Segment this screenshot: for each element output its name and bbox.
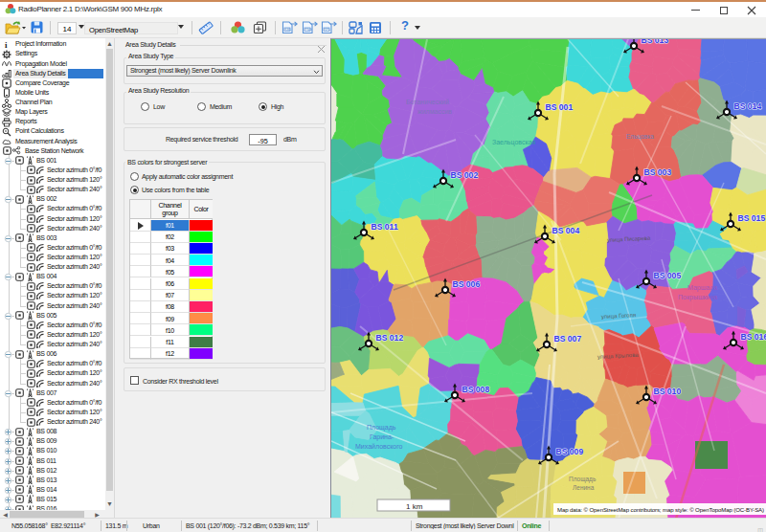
svg-text:BS 016: BS 016 (741, 332, 766, 342)
svg-text:Ленина: Ленина (573, 484, 595, 491)
svg-text:BS 010: BS 010 (654, 387, 682, 396)
svg-text:KML: KML (284, 28, 291, 32)
svg-text:Покрышкина: Покрышкина (678, 294, 717, 301)
svg-text:BS 013: BS 013 (642, 39, 669, 45)
svg-text:BS 009: BS 009 (556, 447, 584, 456)
svg-text:BS 008: BS 008 (462, 385, 490, 394)
svg-text:BS 005: BS 005 (654, 271, 682, 280)
svg-text:Заельцовская: Заельцовская (492, 139, 536, 146)
svg-text:Ельцовка: Ельцовка (626, 133, 654, 141)
svg-text:жилмассив: жилмассив (417, 108, 452, 115)
svg-text:1 km: 1 km (406, 502, 423, 511)
svg-text:Гарина-: Гарина- (370, 433, 394, 441)
svg-text:BS 012: BS 012 (376, 333, 404, 343)
svg-text:BS 006: BS 006 (453, 279, 481, 289)
svg-text:Ботанический: Ботанический (406, 99, 449, 105)
svg-text:Маршала: Маршала (687, 284, 717, 292)
svg-text:PNG: PNG (304, 28, 312, 32)
svg-text:RPL: RPL (324, 28, 330, 32)
svg-text:BS 011: BS 011 (372, 222, 398, 232)
svg-text:Площадь: Площадь (569, 476, 597, 483)
svg-text:BS 001: BS 001 (546, 102, 574, 112)
svg-text:BS 015: BS 015 (738, 213, 766, 223)
svg-text:BS 002: BS 002 (451, 170, 479, 180)
svg-text:BS 007: BS 007 (554, 334, 582, 344)
svg-text:Map data: © OpenStreetMap cont: Map data: © OpenStreetMap contributors; … (557, 507, 764, 513)
svg-text:BS 004: BS 004 (552, 226, 580, 235)
svg-text:i: i (5, 40, 8, 50)
svg-text:Площадь: Площадь (367, 424, 396, 432)
svg-text:BS 014: BS 014 (734, 101, 762, 111)
svg-text:Михайловского: Михайловского (355, 443, 403, 450)
svg-text:BS 003: BS 003 (644, 167, 672, 177)
